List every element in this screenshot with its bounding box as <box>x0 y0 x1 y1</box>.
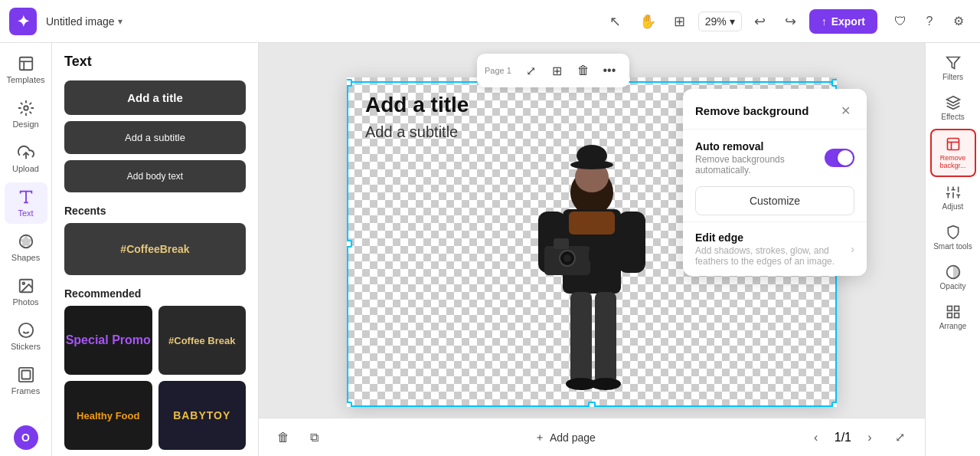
topbar-right-icons: 🛡 ? ⚙ <box>888 9 971 34</box>
svg-rect-33 <box>947 139 959 150</box>
hand-tool-button[interactable]: ✋ <box>634 8 662 35</box>
redo-button[interactable]: ↪ <box>777 8 805 35</box>
rec-card-healthy-food[interactable]: Healthy Food <box>64 381 152 450</box>
svg-rect-14 <box>21 371 30 379</box>
svg-point-25 <box>564 254 571 262</box>
fullscreen-button[interactable]: ⤢ <box>888 425 913 450</box>
sidebar-item-shapes[interactable]: Shapes <box>5 227 47 268</box>
edit-edge-desc: Add shadows, strokes, glow, and feathers… <box>695 245 851 267</box>
sidebar-label-text: Text <box>18 208 33 218</box>
rec-card-baby-toy[interactable]: BABYTOY <box>158 381 247 450</box>
sidebar-label-stickers: Stickers <box>11 342 41 351</box>
user-avatar[interactable]: O <box>14 425 38 450</box>
add-page-button[interactable]: ＋ Add page <box>527 426 603 449</box>
rec-card-healthy-food-label: Healthy Food <box>77 410 139 422</box>
handle-bottom-left[interactable] <box>347 402 352 407</box>
left-sidebar: Templates Design Upload Text Shapes Phot… <box>0 43 52 456</box>
right-tool-filters[interactable]: Filters <box>930 49 976 87</box>
add-body-button[interactable]: Add body text <box>64 160 246 192</box>
undo-redo-group: ↩ ↪ <box>746 8 805 35</box>
zoom-level: 29% <box>705 15 727 28</box>
svg-rect-46 <box>947 307 952 311</box>
panel-close-button[interactable]: ✕ <box>836 101 854 120</box>
edit-edge-row[interactable]: Edit edge Add shadows, strokes, glow, an… <box>683 221 867 276</box>
recommended-grid: Special Promo #Coffee Break Healthy Food… <box>52 303 258 453</box>
canvas-trash-button[interactable]: 🗑 <box>271 425 296 450</box>
top-bar: ✦ Untitled image ▾ ↖ ✋ ⊞ 29% ▾ ↩ ↪ ↑ Exp… <box>0 0 980 43</box>
export-button[interactable]: ↑ Export <box>809 9 877 34</box>
recents-grid: #CoffeeBreak <box>52 220 258 278</box>
canvas-bottom-right: ‹ 1/1 › ⤢ <box>804 425 913 450</box>
sidebar-item-photos[interactable]: Photos <box>5 271 47 313</box>
canvas-toolbar: Page 1 ⤢ ⊞ 🗑 ••• <box>477 54 629 87</box>
recent-card-coffee-break[interactable]: #CoffeeBreak <box>64 223 246 275</box>
undo-button[interactable]: ↩ <box>746 8 774 35</box>
canvas-more-button[interactable]: ••• <box>597 58 622 83</box>
rec-card-coffee-break[interactable]: #Coffee Break <box>158 306 247 375</box>
auto-removal-toggle[interactable] <box>825 149 854 167</box>
right-tool-smart-tools-label: Smart tools <box>933 242 972 251</box>
right-tool-remove-bg[interactable]: Remove backgr... <box>930 129 976 177</box>
cursor-tool-button[interactable]: ↖ <box>602 8 629 35</box>
add-page-label: Add page <box>550 431 596 444</box>
right-tool-smart-tools[interactable]: Smart tools <box>930 218 976 257</box>
file-title-area[interactable]: Untitled image ▾ <box>46 15 122 28</box>
right-tool-arrange-label: Arrange <box>939 322 967 330</box>
svg-rect-47 <box>954 307 959 311</box>
right-tool-adjust[interactable]: Adjust <box>930 179 976 217</box>
sidebar-item-text[interactable]: Text <box>5 182 47 224</box>
canvas-duplicate-button[interactable]: ⧉ <box>302 425 326 450</box>
handle-middle-left[interactable] <box>347 240 352 248</box>
svg-rect-23 <box>554 238 569 249</box>
sidebar-bottom: O <box>14 425 38 450</box>
app-logo[interactable]: ✦ <box>9 8 37 35</box>
export-label: Export <box>831 15 865 28</box>
prev-page-button[interactable]: ‹ <box>804 425 828 450</box>
right-tool-arrange[interactable]: Arrange <box>930 298 976 336</box>
canvas-bottom-bar: 🗑 ⧉ ＋ Add page ‹ 1/1 › ⤢ <box>259 418 925 456</box>
rec-card-special-promo[interactable]: Special Promo <box>64 306 152 375</box>
svg-marker-32 <box>946 57 959 69</box>
file-title-chevron: ▾ <box>118 16 122 27</box>
svg-rect-48 <box>954 313 959 318</box>
auto-removal-row: Auto removal Remove backgrounds automati… <box>683 130 867 186</box>
sidebar-item-stickers[interactable]: Stickers <box>5 316 47 357</box>
canvas-area: Page 1 ⤢ ⊞ 🗑 ••• Add a title Add a subti… <box>259 43 925 456</box>
customize-button[interactable]: Customize <box>695 186 854 215</box>
next-page-button[interactable]: › <box>858 425 882 450</box>
right-tool-opacity[interactable]: Opacity <box>930 258 976 297</box>
sidebar-label-design: Design <box>12 120 38 129</box>
svg-point-3 <box>24 106 28 110</box>
canvas-grid-button[interactable]: ⊞ <box>545 58 570 83</box>
right-tool-opacity-label: Opacity <box>940 282 966 290</box>
panel-header: Remove background ✕ <box>683 89 867 130</box>
svg-rect-21 <box>618 212 645 273</box>
page-indicator: 1/1 <box>835 431 851 445</box>
svg-rect-28 <box>595 292 616 384</box>
canvas-delete-button[interactable]: 🗑 <box>571 58 596 83</box>
text-panel: Text Add a title Add a subtitle Add body… <box>52 43 259 456</box>
canvas-resize-button[interactable]: ⤢ <box>519 58 544 83</box>
settings-icon-button[interactable]: ⚙ <box>946 9 971 34</box>
sidebar-item-upload[interactable]: Upload <box>5 138 47 179</box>
layout-tool-button[interactable]: ⊞ <box>666 8 694 35</box>
canvas-bottom-left: 🗑 ⧉ <box>271 425 326 450</box>
add-title-button[interactable]: Add a title <box>64 80 246 115</box>
svg-rect-0 <box>19 57 32 71</box>
zoom-control[interactable]: 29% ▾ <box>698 11 742 31</box>
shield-icon-button[interactable]: 🛡 <box>888 9 913 34</box>
sidebar-label-photos: Photos <box>12 297 38 307</box>
sidebar-item-frames[interactable]: Frames <box>5 360 47 402</box>
rec-card-baby-toy-label: BABYTOY <box>173 409 230 422</box>
page-label: Page 1 <box>485 66 511 75</box>
svg-rect-26 <box>589 246 619 264</box>
export-icon: ↑ <box>822 15 827 28</box>
handle-bottom-right[interactable] <box>831 402 837 407</box>
sidebar-item-design[interactable]: Design <box>5 93 47 135</box>
panel-title: Remove background <box>695 104 808 117</box>
right-tool-effects[interactable]: Effects <box>930 89 976 127</box>
sidebar-item-templates[interactable]: Templates <box>5 49 47 90</box>
auto-removal-label: Auto removal <box>695 140 825 153</box>
add-subtitle-button[interactable]: Add a subtitle <box>64 121 246 154</box>
help-icon-button[interactable]: ? <box>917 9 942 34</box>
